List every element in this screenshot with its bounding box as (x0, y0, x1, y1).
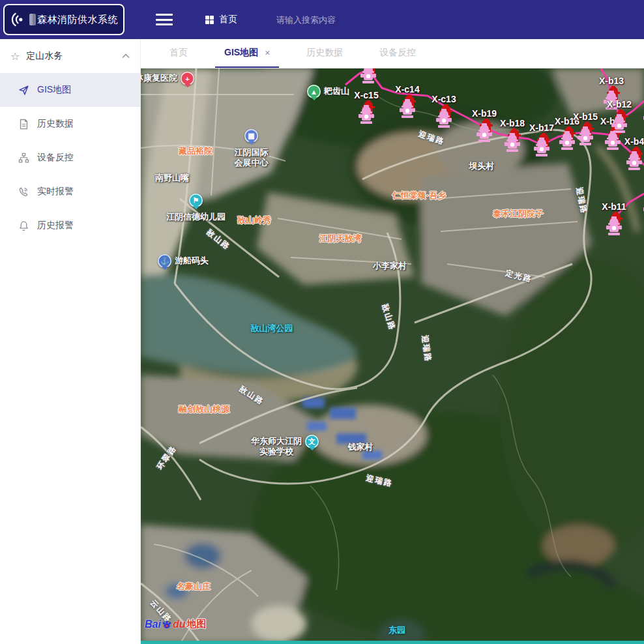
hydrant-label: X-b15 (573, 111, 598, 122)
road-label: 迎瑞路 (573, 186, 589, 216)
road-label: 敔山路 (237, 384, 267, 408)
poi-pin-icon: ▲ (307, 85, 321, 98)
sidebar-group-dingshan[interactable]: ☆ 定山水务 (0, 39, 140, 73)
hydrant-label: X-b11 (602, 201, 626, 212)
hydrant-marker-X-b15[interactable]: X-b15 (576, 122, 595, 148)
park-label: 东园 (388, 624, 405, 636)
baidu-map-attribution: Bai du 地图 (145, 618, 206, 630)
road-label: 定光路 (505, 268, 534, 285)
sidebar-item-history-data[interactable]: 历史数据 (0, 107, 140, 141)
poi-label: 耙齿山 (324, 86, 349, 96)
poi-pin-icon: ⚑ (189, 194, 203, 207)
road-label: 迎瑞路 (365, 473, 394, 489)
baidu-logo-text: du (173, 619, 186, 630)
grid-icon (205, 16, 214, 24)
sidebar: ☆ 定山水务 GIS地图 历史数据 设备反控 实时报警 (0, 39, 141, 644)
hydrant-label: X-b17 (529, 123, 554, 133)
poi-pin-tail (162, 267, 168, 273)
logo-redacted-block (29, 14, 36, 25)
hydrant-marker-X-b11[interactable]: X-b11 (604, 212, 624, 238)
hydrant-label: X-b12 (607, 99, 632, 110)
sidebar-item-device-control[interactable]: 设备反控 (0, 141, 140, 175)
village-label: 南野山嘴 (155, 172, 189, 184)
road-label: 环翠路 (154, 443, 179, 472)
sidebar-item-label: GIS地图 (37, 84, 71, 96)
sidebar-item-gis-map[interactable]: GIS地图 (0, 73, 140, 107)
sonar-logo-icon (10, 11, 27, 28)
hydrant-marker-X-b4[interactable]: X-b4 (624, 147, 644, 173)
map-bottom-water-strip (141, 641, 644, 644)
poi-⚑-pin: ⚑江阴信德幼儿园 (189, 194, 203, 207)
poi-pin-tail (309, 447, 315, 454)
road-label: 敔山路 (204, 227, 233, 252)
poi-pin-icon: 文 (305, 435, 319, 448)
village-label: 小李家村 (373, 260, 407, 272)
hydrant-label: X-b18 (500, 118, 525, 128)
village-label: 坝头村 (469, 160, 495, 172)
tab-close-icon[interactable]: × (265, 48, 270, 58)
poi-pin-icon: + (181, 72, 194, 85)
header-search (276, 14, 420, 25)
poi-pin-tail (184, 84, 191, 91)
hamburger-menu-icon[interactable] (156, 14, 173, 25)
tab-label: GIS地图 (224, 47, 258, 59)
tab-device-control[interactable]: 设备反控 (370, 39, 425, 68)
baidu-logo-text: Bai (145, 619, 161, 630)
poi-label: 林康复医院 (141, 73, 177, 83)
place-label: 藏品裕院 (179, 145, 212, 157)
road-label: 敔山路 (379, 302, 398, 332)
place-label: 泰禾江阴院子 (493, 208, 544, 220)
search-input[interactable] (276, 15, 420, 25)
map-canvas[interactable]: 迎瑞路迎瑞路定光路敔山路敔山路迎瑞路敔山路环翠路云山路迎瑞路藏品裕院敔山岭秀江阴… (141, 68, 644, 644)
poi-label: 江阴信德幼儿园 (166, 212, 226, 222)
park-label: 敔山湾公园 (251, 323, 293, 334)
baidu-paw-icon (162, 619, 172, 630)
nav-home[interactable]: 首页 (205, 14, 237, 25)
hydrant-marker-X-c15[interactable]: X-c15 (357, 100, 376, 126)
sidebar-item-label: 历史报警 (37, 220, 74, 231)
village-label: 钱家村 (348, 441, 373, 453)
sidebar-item-realtime-alarm[interactable]: 实时报警 (0, 175, 140, 209)
poi-pin-icon: ▦ (244, 129, 258, 143)
poi-label: 游船码头 (175, 256, 209, 266)
sidebar-item-history-alarm[interactable]: 历史报警 (0, 209, 140, 242)
map-overlays: 迎瑞路迎瑞路定光路敔山路敔山路迎瑞路敔山路环翠路云山路迎瑞路藏品裕院敔山岭秀江阴… (141, 68, 644, 644)
baidu-map-label: 地图 (186, 618, 206, 630)
chevron-up-icon (122, 53, 130, 59)
document-icon (18, 119, 29, 130)
sitemap-icon (18, 153, 29, 164)
tab-bar: 首页 GIS地图 × 历史数据 设备反控 (141, 39, 644, 68)
hydrant-marker-X-b19[interactable]: X-b19 (475, 119, 494, 145)
tab-home[interactable]: 首页 (160, 39, 197, 68)
sidebar-group-label: 定山水务 (26, 50, 122, 62)
hydrant-marker[interactable] (359, 68, 378, 86)
hydrant-label: X-b13 (599, 76, 624, 86)
place-label: 融创敔山桃源 (179, 403, 229, 415)
hydrant-label: X-c15 (354, 90, 378, 100)
hydrant-marker-X-b18[interactable]: X-b18 (503, 128, 522, 154)
poi-▦-pin: ▦江阴国际会展中心 (244, 129, 258, 143)
place-label: 江阴天敔湾 (319, 233, 362, 244)
hydrant-label: X-c13 (432, 94, 456, 104)
phone-wave-icon (18, 186, 29, 198)
hydrant-label: X-b4 (624, 136, 644, 147)
hydrant-marker-X-b16[interactable]: X-b16 (557, 126, 577, 153)
app-logo: 森林消防供水系统 (3, 4, 124, 35)
app-header: 森林消防供水系统 首页 (0, 0, 644, 39)
tab-gis-map[interactable]: GIS地图 × (215, 39, 279, 68)
tab-label: 设备反控 (379, 47, 416, 59)
place-label: 敔山岭秀 (237, 214, 271, 226)
star-icon: ☆ (10, 50, 20, 63)
road-label: 迎瑞路 (419, 334, 434, 363)
sidebar-item-label: 设备反控 (37, 152, 74, 164)
hydrant-marker-X-c14[interactable]: X-c14 (398, 95, 417, 121)
place-label: 名豪山庄 (177, 581, 211, 593)
hydrant-marker-X-b12[interactable]: X-b12 (609, 110, 629, 136)
hydrant-marker-x[interactable]: x (641, 102, 644, 128)
hydrant-marker-X-[interactable]: X- (641, 194, 644, 220)
hydrant-marker-X-b17[interactable]: X-b17 (532, 133, 551, 159)
sidebar-item-label: 历史数据 (37, 118, 74, 130)
hydrant-marker-X-c13[interactable]: X-c13 (434, 104, 454, 130)
app-title: 森林消防供水系统 (37, 14, 118, 26)
tab-history-data[interactable]: 历史数据 (297, 39, 352, 68)
